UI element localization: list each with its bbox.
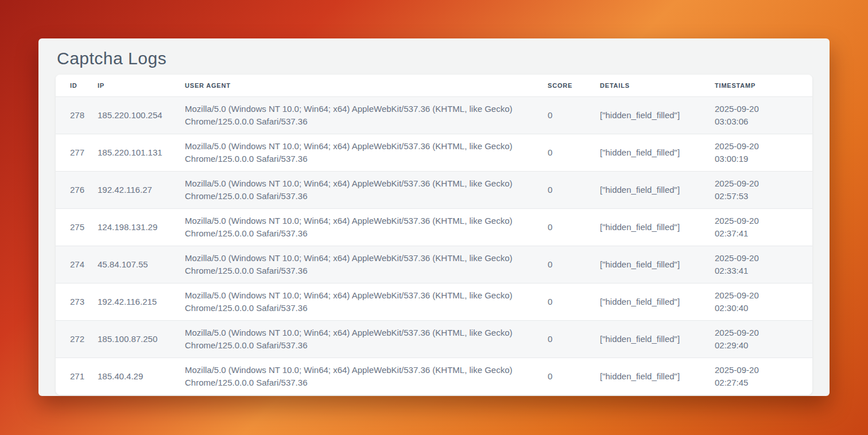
cell-ip: 192.42.116.27 [98,171,185,208]
cell-user-agent: Mozilla/5.0 (Windows NT 10.0; Win64; x64… [185,283,548,320]
cell-timestamp: 2025-09-20 03:03:06 [715,96,812,134]
cell-user-agent: Mozilla/5.0 (Windows NT 10.0; Win64; x64… [185,208,548,246]
column-header-user-agent: USER AGENT [185,75,548,96]
page-background: { "page": { "title": "Captcha Logs" }, "… [0,0,868,435]
logs-table: ID IP USER AGENT SCORE DETAILS TIMESTAMP… [56,75,812,395]
table-row: 273192.42.116.215Mozilla/5.0 (Windows NT… [56,283,812,320]
table-row: 276192.42.116.27Mozilla/5.0 (Windows NT … [56,171,812,208]
cell-details: ["hidden_field_filled"] [600,96,715,134]
cell-id: 274 [56,246,98,283]
cell-user-agent: Mozilla/5.0 (Windows NT 10.0; Win64; x64… [185,320,548,358]
logs-table-container: ID IP USER AGENT SCORE DETAILS TIMESTAMP… [56,75,812,395]
cell-details: ["hidden_field_filled"] [600,358,715,395]
cell-id: 275 [56,208,98,246]
cell-ip: 185.220.101.131 [98,134,185,171]
cell-id: 277 [56,134,98,171]
table-row: 275124.198.131.29Mozilla/5.0 (Windows NT… [56,208,812,246]
cell-details: ["hidden_field_filled"] [600,320,715,358]
table-row: 277185.220.101.131Mozilla/5.0 (Windows N… [56,134,812,171]
cell-timestamp: 2025-09-20 02:29:40 [715,320,812,358]
table-body: 278185.220.100.254Mozilla/5.0 (Windows N… [56,96,812,395]
column-header-timestamp: TIMESTAMP [715,75,812,96]
table-row: 278185.220.100.254Mozilla/5.0 (Windows N… [56,96,812,134]
captcha-logs-card: Captcha Logs ID IP USER AGENT SCORE DETA… [38,38,830,396]
cell-ip: 192.42.116.215 [98,283,185,320]
cell-timestamp: 2025-09-20 03:00:19 [715,134,812,171]
cell-ip: 45.84.107.55 [98,246,185,283]
column-header-ip: IP [98,75,185,96]
cell-details: ["hidden_field_filled"] [600,283,715,320]
cell-id: 276 [56,171,98,208]
table-row: 272185.100.87.250Mozilla/5.0 (Windows NT… [56,320,812,358]
cell-ip: 185.40.4.29 [98,358,185,395]
cell-score: 0 [548,283,600,320]
table-row: 271185.40.4.29Mozilla/5.0 (Windows NT 10… [56,358,812,395]
cell-id: 278 [56,96,98,134]
cell-id: 272 [56,320,98,358]
page-title: Captcha Logs [57,46,812,71]
cell-user-agent: Mozilla/5.0 (Windows NT 10.0; Win64; x64… [185,134,548,171]
cell-ip: 185.100.87.250 [98,320,185,358]
cell-timestamp: 2025-09-20 02:27:45 [715,358,812,395]
cell-id: 273 [56,283,98,320]
cell-score: 0 [548,208,600,246]
cell-user-agent: Mozilla/5.0 (Windows NT 10.0; Win64; x64… [185,246,548,283]
cell-id: 271 [56,358,98,395]
column-header-score: SCORE [548,75,600,96]
cell-details: ["hidden_field_filled"] [600,134,715,171]
cell-timestamp: 2025-09-20 02:30:40 [715,283,812,320]
cell-details: ["hidden_field_filled"] [600,246,715,283]
cell-timestamp: 2025-09-20 02:37:41 [715,208,812,246]
cell-details: ["hidden_field_filled"] [600,208,715,246]
column-header-id: ID [56,75,98,96]
cell-score: 0 [548,320,600,358]
cell-user-agent: Mozilla/5.0 (Windows NT 10.0; Win64; x64… [185,96,548,134]
cell-score: 0 [548,246,600,283]
column-header-details: DETAILS [600,75,715,96]
cell-user-agent: Mozilla/5.0 (Windows NT 10.0; Win64; x64… [185,171,548,208]
cell-score: 0 [548,171,600,208]
cell-user-agent: Mozilla/5.0 (Windows NT 10.0; Win64; x64… [185,358,548,395]
cell-score: 0 [548,358,600,395]
cell-score: 0 [548,134,600,171]
cell-timestamp: 2025-09-20 02:33:41 [715,246,812,283]
cell-score: 0 [548,96,600,134]
table-row: 27445.84.107.55Mozilla/5.0 (Windows NT 1… [56,246,812,283]
cell-ip: 124.198.131.29 [98,208,185,246]
cell-details: ["hidden_field_filled"] [600,171,715,208]
cell-timestamp: 2025-09-20 02:57:53 [715,171,812,208]
table-header-row: ID IP USER AGENT SCORE DETAILS TIMESTAMP [56,75,812,96]
cell-ip: 185.220.100.254 [98,96,185,134]
